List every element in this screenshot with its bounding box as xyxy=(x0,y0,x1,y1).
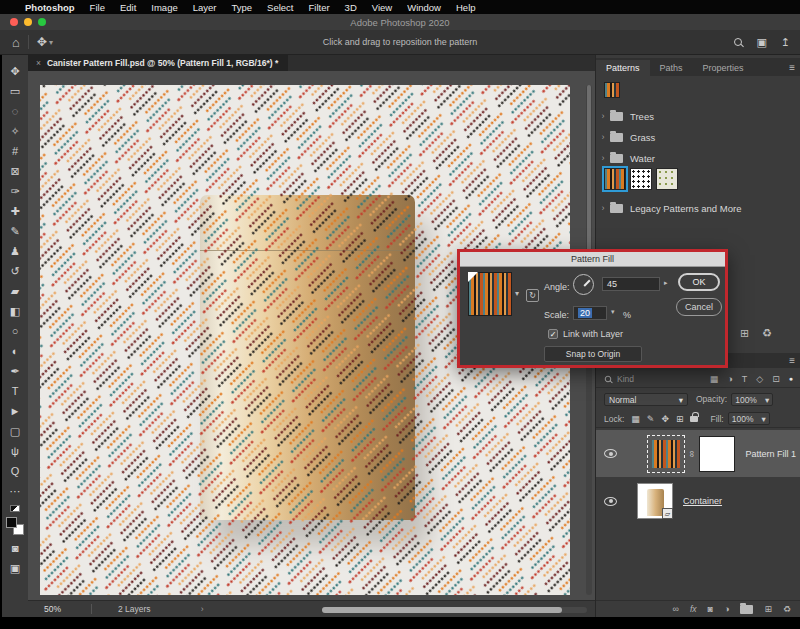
pattern-swatch-moss[interactable] xyxy=(656,168,678,190)
menu-select[interactable]: Select xyxy=(267,2,293,13)
document-tab[interactable]: ×Canister Pattern Fill.psd @ 50% (Patter… xyxy=(28,55,288,71)
quick-mask-icon[interactable]: ◙ xyxy=(2,538,28,558)
new-group-icon[interactable] xyxy=(740,605,753,614)
tab-paths[interactable]: Paths xyxy=(650,60,693,76)
layer-effects-icon[interactable]: fx xyxy=(690,604,697,614)
disclosure-caret-icon[interactable]: › xyxy=(596,153,610,163)
share-icon[interactable]: ↥ xyxy=(781,36,790,49)
layer-name[interactable]: Pattern Fill 1 xyxy=(745,449,796,459)
pattern-swatch-dots[interactable] xyxy=(630,168,652,190)
scale-caret-icon[interactable]: ▾ xyxy=(611,308,615,316)
healing-brush-tool[interactable]: ✚ xyxy=(2,201,28,221)
foreground-color-chip[interactable] xyxy=(6,517,17,528)
pattern-layer-thumbnail[interactable] xyxy=(652,440,680,468)
dialog-title[interactable]: Pattern Fill xyxy=(460,252,725,267)
scale-input[interactable]: 20 xyxy=(573,306,607,320)
cancel-button[interactable]: Cancel xyxy=(676,298,722,316)
pattern-group-grass[interactable]: › Grass xyxy=(596,126,800,148)
angle-caret-icon[interactable]: ▸ xyxy=(664,279,668,287)
workspace-switcher-icon[interactable]: ▣ xyxy=(756,36,766,49)
eyedropper-tool[interactable]: ✑ xyxy=(2,181,28,201)
adjustment-layer-icon[interactable]: ◑ xyxy=(724,604,729,614)
layer-row-container[interactable]: ▱ Container xyxy=(596,479,800,523)
pattern-swatch-trees-selected[interactable] xyxy=(604,168,626,190)
snap-to-origin-button[interactable]: Snap to Origin xyxy=(544,346,642,362)
dodge-tool[interactable]: ◐ xyxy=(2,341,28,361)
brush-tool[interactable]: ✎ xyxy=(2,221,28,241)
menu-3d[interactable]: 3D xyxy=(345,2,357,13)
lock-pixels-icon[interactable]: ✎ xyxy=(647,414,655,424)
quick-selection-tool[interactable]: ✧ xyxy=(2,121,28,141)
current-pattern-swatch[interactable] xyxy=(604,82,620,98)
menu-photoshop[interactable]: Photoshop xyxy=(25,2,75,13)
new-layer-icon[interactable]: ⊞ xyxy=(764,604,772,614)
horizontal-scrollbar-thumb[interactable] xyxy=(322,607,562,613)
filter-image-icon[interactable]: ▦ xyxy=(710,374,719,384)
disclosure-caret-icon[interactable]: › xyxy=(596,111,610,121)
menu-file[interactable]: File xyxy=(90,2,105,13)
visibility-eye-icon[interactable] xyxy=(604,449,617,458)
menu-edit[interactable]: Edit xyxy=(120,2,136,13)
add-mask-icon[interactable]: ◙ xyxy=(708,604,713,614)
panel-menu-icon[interactable]: ≡ xyxy=(789,62,795,73)
eraser-tool[interactable]: ▰ xyxy=(2,281,28,301)
clone-stamp-tool[interactable]: ♟ xyxy=(2,241,28,261)
menu-view[interactable]: View xyxy=(372,2,392,13)
blend-mode-select[interactable]: Normal ▾ xyxy=(604,393,688,406)
mask-link-icon[interactable]: ∞ xyxy=(687,450,697,456)
layers-menu-icon[interactable]: ≡ xyxy=(789,355,795,366)
menu-filter[interactable]: Filter xyxy=(308,2,329,13)
pattern-picker-caret-icon[interactable]: ▾ xyxy=(515,289,519,298)
menu-type[interactable]: Type xyxy=(231,2,252,13)
filter-smart-object-icon[interactable]: ⊡ xyxy=(772,374,780,384)
status-chevron-icon[interactable]: › xyxy=(201,604,204,614)
zoom-level[interactable]: 50% xyxy=(44,604,61,614)
frame-tool[interactable]: ⊠ xyxy=(2,161,28,181)
blur-tool[interactable]: ○ xyxy=(2,321,28,341)
lock-position-icon[interactable]: ✥ xyxy=(661,414,669,424)
lock-all-icon[interactable] xyxy=(690,416,698,422)
default-colors-icon[interactable] xyxy=(10,505,20,512)
menu-layer[interactable]: Layer xyxy=(193,2,217,13)
rectangle-tool[interactable]: ▢ xyxy=(2,421,28,441)
new-pattern-preset-icon[interactable]: ↻ xyxy=(526,289,539,302)
edit-toolbar-icon[interactable]: ⋯ xyxy=(2,481,28,501)
angle-input[interactable]: 45 xyxy=(602,277,660,291)
move-tool[interactable]: ✥ xyxy=(2,61,28,81)
pattern-group-legacy[interactable]: › Legacy Patterns and More xyxy=(596,197,800,219)
fill-select[interactable]: 100% ▾ xyxy=(728,412,770,425)
container-layer-thumbnail[interactable]: ▱ xyxy=(637,483,673,519)
angle-dial[interactable] xyxy=(573,274,594,295)
zoom-tool[interactable]: Q xyxy=(2,461,28,481)
lasso-tool[interactable]: ◌ xyxy=(2,101,28,121)
pen-tool[interactable]: ✒ xyxy=(2,361,28,381)
foreground-background-colors[interactable] xyxy=(6,517,24,535)
layer-name[interactable]: Container xyxy=(683,496,722,506)
crop-tool[interactable]: # xyxy=(2,141,28,161)
visibility-eye-icon[interactable] xyxy=(604,497,617,506)
path-selection-tool[interactable]: ► xyxy=(2,401,28,421)
menu-window[interactable]: Window xyxy=(407,2,441,13)
new-pattern-icon[interactable]: ⊞ xyxy=(740,327,749,340)
hand-tool[interactable]: ψ xyxy=(2,441,28,461)
horizontal-scrollbar[interactable] xyxy=(322,607,587,613)
menu-image[interactable]: Image xyxy=(151,2,177,13)
search-icon[interactable] xyxy=(734,38,742,46)
filter-toggle-icon[interactable]: ● xyxy=(789,375,793,382)
tab-patterns[interactable]: Patterns xyxy=(596,60,650,76)
filter-type-icon[interactable]: T xyxy=(742,374,748,384)
opacity-select[interactable]: 100% ▾ xyxy=(731,393,773,406)
layer-row-pattern-fill[interactable]: ∞ Pattern Fill 1 xyxy=(596,430,800,477)
screen-mode-icon[interactable]: ▣ xyxy=(2,558,28,578)
delete-layer-icon[interactable]: ♻ xyxy=(783,604,791,614)
marquee-tool[interactable]: ▭ xyxy=(2,81,28,101)
link-with-layer-checkbox[interactable]: ✓ xyxy=(548,329,558,339)
filter-shape-icon[interactable]: ◇ xyxy=(756,374,763,384)
gradient-tool[interactable]: ◧ xyxy=(2,301,28,321)
close-document-icon[interactable]: × xyxy=(36,58,41,68)
lock-transparency-icon[interactable]: ▦ xyxy=(631,414,640,424)
lock-artboard-icon[interactable]: ⊞ xyxy=(676,414,684,424)
ok-button[interactable]: OK xyxy=(678,273,720,291)
menu-help[interactable]: Help xyxy=(456,2,476,13)
layer-mask-thumbnail[interactable] xyxy=(699,436,735,472)
